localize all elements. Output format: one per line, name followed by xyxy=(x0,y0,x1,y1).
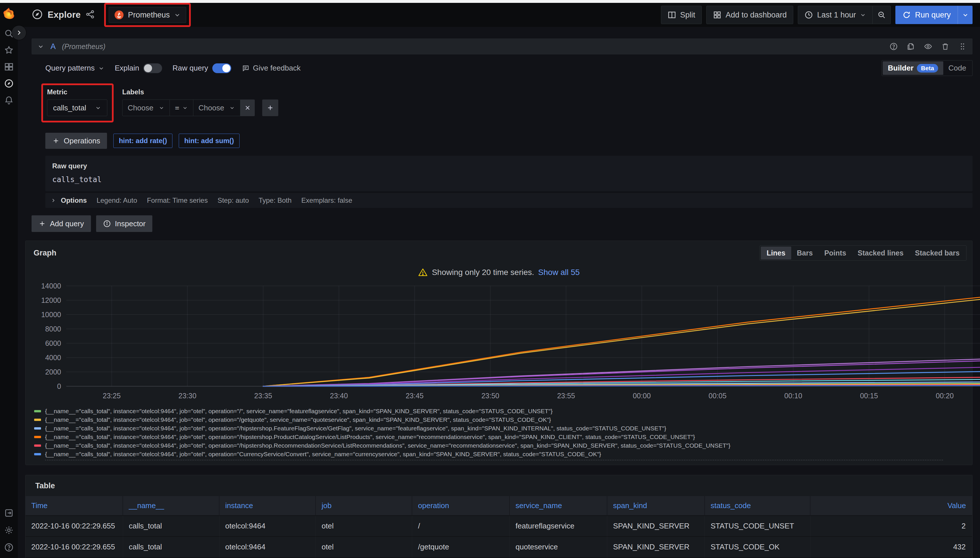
builder-mode-button[interactable]: Builder Beta xyxy=(883,61,943,75)
add-query-button[interactable]: Add query xyxy=(31,215,91,232)
query-patterns-dropdown[interactable]: Query patterns xyxy=(45,64,104,72)
column-header-value[interactable]: Value xyxy=(811,496,972,515)
hint-add-rate-button[interactable]: hint: add rate() xyxy=(113,134,173,148)
search-minus-icon xyxy=(877,11,886,19)
alerting-icon[interactable] xyxy=(3,95,14,105)
series-limit-warning: Showing only 20 time series. xyxy=(432,268,534,277)
share-icon[interactable] xyxy=(85,10,95,20)
grafana-logo[interactable] xyxy=(3,7,15,20)
table-cell: otel xyxy=(316,515,412,536)
metric-select[interactable]: calls_total xyxy=(47,100,107,116)
add-label-button[interactable] xyxy=(262,100,278,116)
run-query-button[interactable]: Run query xyxy=(895,6,958,24)
show-all-series-link[interactable]: Show all 55 xyxy=(538,268,580,277)
legend-item[interactable]: {__name__="calls_total", instance="otelc… xyxy=(34,415,967,424)
column-header-operation[interactable]: operation xyxy=(412,496,510,515)
legend-series-label: {__name__="calls_total", instance="otelc… xyxy=(45,425,666,432)
hide-query-eye-icon[interactable] xyxy=(924,42,932,51)
dashboards-icon[interactable] xyxy=(3,61,14,72)
time-range-picker[interactable]: Last 1 hour xyxy=(798,6,873,24)
table-cell: 2 xyxy=(811,515,972,536)
hint-add-sum-button[interactable]: hint: add sum() xyxy=(179,134,239,148)
query-ref-id: A xyxy=(51,42,56,51)
legend-series-color xyxy=(34,436,41,438)
explain-toggle[interactable] xyxy=(143,63,162,73)
option-format: Format: Time series xyxy=(147,197,208,204)
explore-icon[interactable] xyxy=(3,78,14,89)
query-row-header[interactable]: A (Prometheus) xyxy=(31,38,973,54)
legend-series-label: {__name__="calls_total", instance="otelc… xyxy=(45,433,695,440)
legend-item[interactable]: {__name__="calls_total", instance="otelc… xyxy=(34,450,967,458)
sidebar xyxy=(0,3,18,558)
drag-handle-icon[interactable] xyxy=(958,42,967,51)
svg-text:23:50: 23:50 xyxy=(482,392,500,400)
svg-text:00:10: 00:10 xyxy=(784,392,802,400)
table-row: 2022-10-16 00:22:29.655calls_totalotelco… xyxy=(26,536,972,557)
column-header-spankind[interactable]: span_kind xyxy=(607,496,705,515)
zoom-out-time-button[interactable] xyxy=(873,6,891,24)
table-header-row: Time__name__instancejoboperationservice_… xyxy=(26,496,972,515)
mode-stacked-lines-button[interactable]: Stacked lines xyxy=(852,246,909,259)
column-header-statuscode[interactable]: status_code xyxy=(705,496,811,515)
column-header-time[interactable]: Time xyxy=(26,496,123,515)
query-help-icon[interactable] xyxy=(890,42,898,51)
legend-item[interactable]: {__name__="calls_total", instance="otelc… xyxy=(34,441,967,450)
mode-lines-button[interactable]: Lines xyxy=(761,246,791,259)
mode-bars-button[interactable]: Bars xyxy=(791,246,819,259)
explore-compass-icon xyxy=(31,8,43,21)
mode-stacked-bars-button[interactable]: Stacked bars xyxy=(909,246,965,259)
run-query-dropdown[interactable] xyxy=(958,6,973,24)
starred-icon[interactable] xyxy=(3,45,14,56)
comment-icon xyxy=(242,64,250,72)
delete-query-trash-icon[interactable] xyxy=(941,42,950,51)
chevron-down-icon xyxy=(98,65,104,71)
graph-mode-switcher: Lines Bars Points Stacked lines Stacked … xyxy=(760,245,967,261)
prometheus-icon xyxy=(114,10,124,20)
raw-query-toggle[interactable] xyxy=(212,63,231,73)
add-operation-button[interactable]: Operations xyxy=(45,133,107,149)
svg-text:8000: 8000 xyxy=(45,325,61,333)
column-header-servicename[interactable]: service_name xyxy=(510,496,607,515)
datasource-name: Prometheus xyxy=(128,11,170,20)
label-operator-select[interactable]: = xyxy=(170,100,193,116)
column-header-name[interactable]: __name__ xyxy=(123,496,219,515)
give-feedback-link[interactable]: Give feedback xyxy=(242,64,301,72)
help-icon[interactable] xyxy=(3,542,14,553)
legend-series-label: {__name__="calls_total", instance="otelc… xyxy=(45,451,601,458)
chevron-down-icon xyxy=(860,12,866,18)
time-series-chart[interactable]: 0200040006000800010000120001400023:2523:… xyxy=(31,279,967,405)
sidebar-expand-button[interactable] xyxy=(12,25,26,40)
legend-item[interactable]: {__name__="calls_total", instance="otelc… xyxy=(34,424,967,433)
chevron-right-icon xyxy=(51,198,56,203)
label-key-select[interactable]: Choose xyxy=(122,100,170,116)
close-icon xyxy=(244,104,251,111)
column-header-instance[interactable]: instance xyxy=(219,496,316,515)
remove-label-button[interactable] xyxy=(240,100,255,116)
add-to-dashboard-button[interactable]: Add to dashboard xyxy=(706,6,793,24)
legend-item[interactable]: {__name__="calls_total", instance="otelc… xyxy=(34,433,967,441)
top-nav: Explore Prometheus xyxy=(18,3,980,27)
split-button[interactable]: Split xyxy=(661,6,702,24)
svg-text:23:30: 23:30 xyxy=(178,392,197,400)
table-cell: otel xyxy=(316,536,412,557)
apps-icon xyxy=(713,11,722,19)
plus-icon xyxy=(52,137,60,144)
svg-text:00:20: 00:20 xyxy=(936,392,954,400)
column-header-job[interactable]: job xyxy=(316,496,412,515)
datasource-picker[interactable]: Prometheus xyxy=(109,7,186,23)
inspector-button[interactable]: Inspector xyxy=(96,215,153,232)
options-collapse[interactable]: Options xyxy=(51,197,87,204)
label-value-select[interactable]: Choose xyxy=(193,100,241,116)
beta-badge: Beta xyxy=(917,64,938,72)
table-cell: featureflagservice xyxy=(510,515,607,536)
duplicate-query-icon[interactable] xyxy=(906,42,915,51)
collapse-chevron-icon[interactable] xyxy=(37,43,44,50)
table-panel: Table Time__name__instancejoboperationse… xyxy=(25,475,973,558)
mode-points-button[interactable]: Points xyxy=(819,246,852,259)
settings-gear-icon[interactable] xyxy=(3,525,14,536)
option-step: Step: auto xyxy=(217,197,249,204)
code-mode-button[interactable]: Code xyxy=(943,61,972,75)
legend-item[interactable]: {__name__="calls_total", instance="otelc… xyxy=(34,407,967,415)
query-options-row: Options Legend: Auto Format: Time series… xyxy=(45,193,973,208)
sign-in-icon[interactable] xyxy=(3,507,14,519)
